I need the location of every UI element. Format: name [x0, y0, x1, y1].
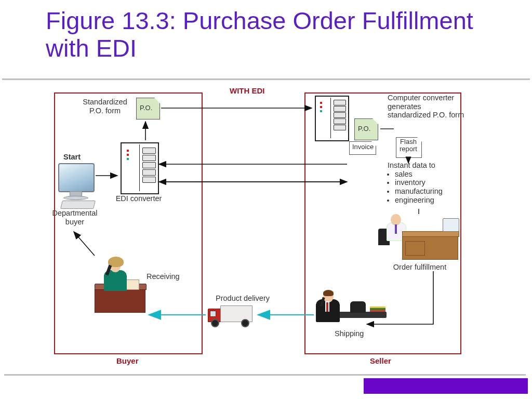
po-text-buyer: P.O. — [140, 104, 152, 112]
edi-converter-label: EDI converter — [114, 194, 163, 203]
standardized-po-label: Standardized P.O. form — [79, 98, 131, 115]
instant-data-block: Instant data to sales inventory manufact… — [388, 161, 460, 204]
shipping-icon — [316, 291, 394, 329]
product-delivery-label: Product delivery — [210, 294, 275, 303]
edi-server-buyer — [121, 142, 159, 194]
po-text-seller: P.O. — [358, 125, 370, 132]
divider-bottom — [4, 374, 526, 376]
receiving-label: Receiving — [147, 272, 180, 281]
diagram-canvas: WITH EDI Buyer Seller Standardized P.O. … — [45, 86, 486, 369]
shipping-label: Shipping — [335, 329, 364, 338]
instant-data-item: inventory — [395, 178, 460, 187]
receiving-person-icon — [95, 250, 147, 313]
computer-converter-label: Computer converter generates standardize… — [388, 94, 466, 119]
buyer-label: Buyer — [116, 356, 139, 365]
header-with-edi: WITH EDI — [230, 86, 265, 95]
instant-data-head: Instant data to — [388, 161, 460, 170]
divider-top — [2, 78, 530, 80]
instant-data-item: engineering — [395, 196, 460, 205]
flash-report-label: Flash report — [397, 138, 420, 153]
order-fulfillment-label: Order fulfillment — [389, 263, 451, 272]
footer-bar — [364, 378, 528, 394]
po-doc-buyer: P.O. — [136, 98, 160, 119]
start-label: Start — [63, 153, 81, 162]
instant-data-item: manufacturing — [395, 187, 460, 196]
po-doc-seller: P.O. — [354, 118, 378, 140]
keyboard-icon — [60, 201, 96, 209]
instant-data-item: sales — [395, 170, 460, 179]
edi-server-seller — [315, 96, 349, 141]
invoice-label: Invoice — [352, 143, 374, 151]
order-fulfillment-icon — [387, 214, 464, 264]
seller-label: Seller — [370, 356, 391, 365]
departmental-buyer-label: Departmental buyer — [48, 209, 102, 226]
figure-title: Figure 13.3: Purchase Order Fulfillment … — [46, 7, 493, 62]
